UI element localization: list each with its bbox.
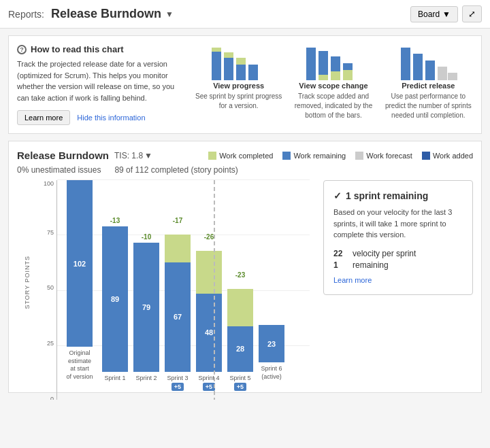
svg-rect-11 xyxy=(331,71,340,80)
prediction-title: ✓ 1 sprint remaining xyxy=(333,190,463,201)
svg-rect-14 xyxy=(401,48,410,80)
hide-info-button[interactable]: Hide this information xyxy=(77,110,145,125)
mini-chart-predict: Predict release Use past performance to … xyxy=(384,44,473,125)
legend-completed: Work completed xyxy=(208,152,273,160)
bar-sprint5-stack: 28 xyxy=(227,289,253,372)
bar-sprint3: -17 67 +5 Sprint 3 xyxy=(165,235,191,400)
prediction-stats: 22 velocity per sprint 1 remaining xyxy=(333,249,463,270)
learn-more-button[interactable]: Learn more xyxy=(17,110,70,125)
bar-sprint1-delta: -13 xyxy=(110,217,120,224)
chart-body: 0 25 50 75 100 xyxy=(37,180,310,384)
board-chevron: ▼ xyxy=(442,10,451,19)
chart-with-yaxis: STORY POINTS 0 25 50 75 100 xyxy=(17,180,310,384)
y-tick-0: 0 xyxy=(50,396,54,400)
info-charts: View progress See sprint by sprint progr… xyxy=(194,44,473,125)
tis-chevron: ▼ xyxy=(144,151,152,160)
bar-sprint5-green xyxy=(227,289,253,326)
info-description: Track the projected release date for a v… xyxy=(17,58,187,103)
info-title: ? How to read this chart xyxy=(17,44,187,54)
y-axis-label: STORY POINTS xyxy=(24,256,31,309)
mini-chart-title-1: View progress xyxy=(194,82,283,90)
main-title: Release Burndown xyxy=(17,150,109,161)
bar-sprint5: -23 28 +5 Sprint 5 xyxy=(227,289,253,400)
y-tick-100: 100 xyxy=(44,180,54,187)
bar-sprint4-blue: 48 xyxy=(196,294,222,372)
prediction-description: Based on your velocity for the last 3 sp… xyxy=(333,207,463,241)
header: Reports: Release Burndown ▼ Board ▼ ⤢ xyxy=(0,0,490,29)
svg-rect-15 xyxy=(413,54,423,80)
bar-sprint1: -13 89 Sprint 1 xyxy=(102,226,128,400)
info-text: ? How to read this chart Track the proje… xyxy=(17,44,187,125)
stat-velocity: 22 velocity per sprint xyxy=(333,249,463,258)
stat-remaining: 1 remaining xyxy=(333,260,463,270)
bar-sprint6-segment: 23 xyxy=(259,325,284,362)
prediction-box: ✓ 1 sprint remaining Based on your veloc… xyxy=(323,180,473,295)
progress-chart-svg xyxy=(208,44,270,82)
main-section: Release Burndown TIS: 1.8 ▼ Work complet… xyxy=(8,141,482,393)
bar-sprint5-blue: 28 xyxy=(227,326,253,372)
page-title: Release Burndown xyxy=(51,7,161,21)
legend-added: Work added xyxy=(422,152,473,160)
svg-rect-16 xyxy=(425,61,435,80)
bar-original-segment: 102 xyxy=(67,180,93,347)
header-actions: Board ▼ ⤢ xyxy=(410,5,482,22)
bar-sprint5-plus: +5 xyxy=(234,383,246,391)
mini-chart-scope: View scope change Track scope added and … xyxy=(289,44,378,125)
mini-chart-title-2: View scope change xyxy=(289,82,378,90)
legend-color-added xyxy=(422,152,430,160)
bar-sprint2-segment: 79 xyxy=(133,243,159,372)
chart-inner: 0 25 50 75 100 xyxy=(37,180,310,400)
chart-and-prediction: STORY POINTS 0 25 50 75 100 xyxy=(17,180,473,384)
board-button[interactable]: Board ▼ xyxy=(410,6,458,22)
bar-original: 102 Originalestimateat startof version xyxy=(63,180,97,400)
info-panel: ? How to read this chart Track the proje… xyxy=(8,35,482,134)
bar-sprint5-label: Sprint 5 xyxy=(229,375,250,381)
info-icon: ? xyxy=(17,45,27,54)
bar-sprint1-label: Sprint 1 xyxy=(104,375,125,381)
y-tick-75: 75 xyxy=(47,229,54,236)
y-tick-25: 25 xyxy=(47,340,54,347)
checkmark-icon: ✓ xyxy=(333,190,342,201)
y-axis-container: STORY POINTS xyxy=(17,180,37,384)
main-header: Release Burndown TIS: 1.8 ▼ Work complet… xyxy=(17,150,473,161)
bar-sprint2-label: Sprint 2 xyxy=(135,375,157,381)
bar-sprint5-delta: -23 xyxy=(235,271,245,279)
bar-sprint3-label: Sprint 3 xyxy=(167,375,188,381)
y-ticks: 0 25 50 75 100 xyxy=(37,180,56,400)
bar-sprint3-plus: +5 xyxy=(172,383,184,391)
bar-sprint3-delta: -17 xyxy=(173,217,182,224)
svg-rect-6 xyxy=(236,58,246,65)
mini-chart-desc-2: Track scope added and removed, indicated… xyxy=(289,92,378,120)
svg-rect-3 xyxy=(248,65,258,80)
mini-chart-bars-2 xyxy=(289,44,378,82)
svg-rect-13 xyxy=(343,70,353,80)
bar-sprint4-label: Sprint 4 xyxy=(198,375,219,381)
svg-rect-18 xyxy=(448,73,457,80)
bar-sprint2-delta: -10 xyxy=(142,233,151,241)
dashed-separator xyxy=(214,180,215,400)
legend-color-completed xyxy=(208,152,216,160)
legend-remaining: Work remaining xyxy=(282,152,346,160)
legend-color-remaining xyxy=(282,152,291,160)
mini-chart-bars-3 xyxy=(384,44,473,82)
bar-sprint4-stack: 48 xyxy=(196,251,222,372)
bars-container: 102 Originalestimateat startof version -… xyxy=(56,180,310,400)
svg-rect-0 xyxy=(212,48,221,80)
collapse-button[interactable]: ⤢ xyxy=(462,5,482,22)
svg-rect-4 xyxy=(212,48,221,52)
mini-chart-title-3: Predict release xyxy=(384,82,473,90)
bar-sprint4-delta: -26 xyxy=(204,233,214,241)
predict-chart-svg xyxy=(397,44,459,82)
scope-chart-svg xyxy=(303,44,364,82)
bar-sprint4-green xyxy=(196,251,222,294)
bar-sprint3-stack: 67 xyxy=(165,235,191,372)
tis-badge[interactable]: TIS: 1.8 ▼ xyxy=(114,151,152,160)
prediction-learn-more[interactable]: Learn more xyxy=(333,276,372,284)
bar-sprint3-green xyxy=(165,235,191,262)
title-chevron[interactable]: ▼ xyxy=(165,10,174,19)
mini-chart-desc-1: See sprint by sprint progress for a vers… xyxy=(194,92,283,111)
bar-sprint6-label: Sprint 6(active) xyxy=(261,365,282,381)
chart-area: STORY POINTS 0 25 50 75 100 xyxy=(17,180,310,384)
bar-sprint2: -10 79 Sprint 2 xyxy=(133,243,159,400)
unestimated-stat: 0% unestimated issues xyxy=(17,165,101,175)
